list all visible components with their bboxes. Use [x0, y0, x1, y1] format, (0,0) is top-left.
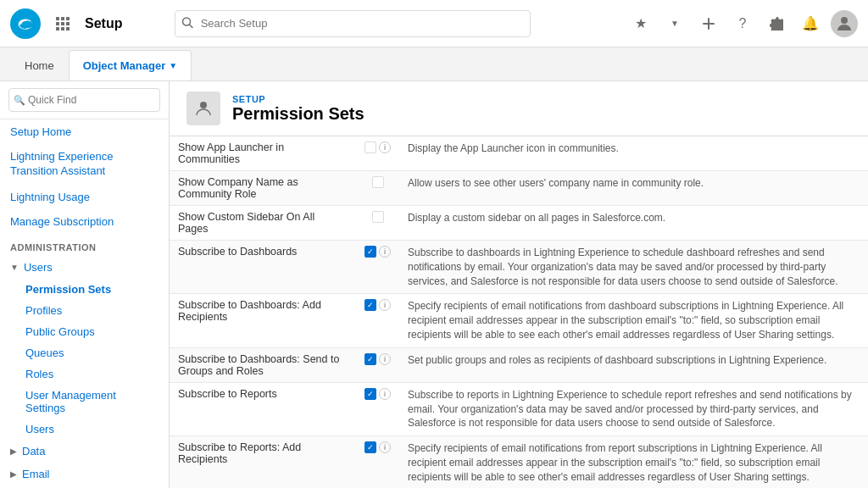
sidebar-search-icon: 🔍 — [14, 95, 25, 106]
permission-name: Subscribe to Dashboards: Send to Groups … — [170, 347, 356, 382]
permission-description: Display the App Launcher icon in communi… — [399, 136, 868, 171]
sidebar: 🔍 Setup Home Lightning Experience Transi… — [0, 81, 170, 488]
salesforce-logo[interactable] — [10, 8, 41, 39]
user-avatar[interactable] — [831, 10, 858, 37]
help-icon[interactable]: ? — [729, 10, 756, 37]
permissions-table-wrap: Show App Launcher in CommunitiesiDisplay… — [170, 136, 868, 488]
info-icon[interactable]: i — [379, 388, 391, 400]
permission-checkbox-cell — [356, 171, 399, 206]
favorites-icon[interactable]: ★ — [627, 10, 654, 37]
permission-checkbox[interactable] — [364, 141, 376, 153]
notifications-icon[interactable]: 🔔 — [797, 10, 824, 37]
sidebar-item-queues[interactable]: Queues — [0, 342, 169, 363]
permission-checkbox-cell: ✓i — [356, 241, 399, 294]
sidebar-group-users[interactable]: ▼ Users — [0, 256, 169, 279]
svg-rect-13 — [703, 23, 715, 25]
permission-name: Subscribe to Reports — [170, 382, 356, 435]
permission-checkbox-cell — [356, 206, 399, 241]
svg-rect-4 — [56, 22, 59, 25]
svg-rect-6 — [66, 22, 70, 25]
info-icon[interactable]: i — [379, 353, 391, 365]
permission-description: Allow users to see other users' company … — [399, 171, 868, 206]
permission-checkbox[interactable]: ✓ — [364, 388, 376, 400]
sidebar-group-email[interactable]: ▶ Email — [0, 463, 169, 485]
svg-point-14 — [841, 17, 848, 24]
top-right-icons: ★ ▼ ? 🔔 — [627, 10, 858, 37]
page-title: Permission Sets — [232, 104, 364, 124]
sidebar-item-public-groups[interactable]: Public Groups — [0, 321, 169, 342]
svg-point-15 — [200, 102, 207, 108]
table-row: Subscribe to Dashboards: Add Recipients✓… — [170, 294, 868, 347]
sidebar-quick-find[interactable] — [8, 88, 160, 112]
permission-checkbox[interactable]: ✓ — [364, 299, 376, 311]
permission-checkbox[interactable]: ✓ — [364, 246, 376, 258]
info-icon[interactable]: i — [379, 141, 391, 153]
table-row: Subscribe to Dashboards: Send to Groups … — [170, 347, 868, 382]
permission-name: Subscribe to Dashboards — [170, 241, 356, 294]
permission-description: Subscribe to reports in Lightning Experi… — [399, 382, 868, 435]
table-row: Subscribe to Reports: Add Recipients✓iSp… — [170, 436, 868, 488]
sidebar-item-lightning-transition[interactable]: Lightning Experience Transition Assistan… — [0, 144, 169, 185]
tab-object-manager[interactable]: Object Manager ▼ — [69, 50, 192, 80]
svg-rect-2 — [61, 17, 64, 20]
svg-rect-5 — [61, 22, 64, 25]
permission-checkbox-cell: i — [356, 136, 399, 171]
permission-checkbox[interactable]: ✓ — [364, 353, 376, 365]
permission-name: Show Company Name as Community Role — [170, 171, 356, 206]
top-nav: Setup ★ ▼ ? 🔔 — [0, 0, 868, 47]
permission-checkbox[interactable] — [372, 176, 384, 188]
sidebar-item-lightning-usage[interactable]: Lightning Usage — [0, 185, 169, 209]
page-header-text: SETUP Permission Sets — [232, 94, 364, 124]
sidebar-item-profiles[interactable]: Profiles — [0, 300, 169, 321]
permission-checkbox[interactable] — [372, 211, 384, 223]
sidebar-group-data[interactable]: ▶ Data — [0, 440, 169, 463]
sidebar-item-roles[interactable]: Roles — [0, 363, 169, 385]
permission-description: Subscribe to dashboards in Lightning Exp… — [399, 241, 868, 294]
permission-name: Show Custom Sidebar On All Pages — [170, 206, 356, 241]
permission-checkbox-cell: ✓i — [356, 436, 399, 488]
permission-checkbox-cell: ✓i — [356, 294, 399, 347]
app-switcher-icon[interactable] — [51, 12, 75, 36]
table-row: Subscribe to Reports✓iSubscribe to repor… — [170, 382, 868, 435]
tab-bar: Home Object Manager ▼ — [0, 47, 868, 81]
permission-description: Set public groups and roles as recipient… — [399, 347, 868, 382]
expand-arrow-data-icon: ▶ — [10, 446, 17, 456]
page-header: SETUP Permission Sets — [170, 81, 868, 136]
sidebar-item-manage-subscription[interactable]: Manage Subscription — [0, 209, 169, 234]
chevron-down-icon: ▼ — [169, 61, 177, 70]
permission-name: Subscribe to Reports: Add Recipients — [170, 436, 356, 488]
sidebar-item-setup-home[interactable]: Setup Home — [0, 119, 169, 144]
svg-rect-9 — [66, 27, 70, 30]
svg-rect-8 — [61, 27, 64, 30]
main-layout: 🔍 Setup Home Lightning Experience Transi… — [0, 81, 868, 488]
info-icon[interactable]: i — [379, 441, 391, 453]
svg-rect-1 — [56, 17, 59, 20]
permissions-table: Show App Launcher in CommunitiesiDisplay… — [170, 136, 868, 488]
permission-name: Show App Launcher in Communities — [170, 136, 356, 171]
permission-checkbox-cell: ✓i — [356, 347, 399, 382]
content-area: SETUP Permission Sets Show App Launcher … — [170, 81, 868, 488]
table-row: Show Company Name as Community RoleAllow… — [170, 171, 868, 206]
info-icon[interactable]: i — [379, 246, 391, 258]
info-icon[interactable]: i — [379, 299, 391, 311]
setup-label: SETUP — [232, 94, 364, 104]
favorites-dropdown-icon[interactable]: ▼ — [661, 10, 688, 37]
sidebar-item-permission-sets[interactable]: Permission Sets — [0, 279, 169, 300]
permission-checkbox-cell: ✓i — [356, 382, 399, 435]
sidebar-item-users[interactable]: Users — [0, 419, 169, 440]
permission-checkbox[interactable]: ✓ — [364, 441, 376, 453]
svg-line-11 — [189, 25, 192, 28]
permission-description: Specify recipients of email notification… — [399, 294, 868, 347]
table-row: Show App Launcher in CommunitiesiDisplay… — [170, 136, 868, 171]
expand-arrow-icon: ▼ — [10, 263, 19, 272]
tab-home[interactable]: Home — [10, 50, 69, 80]
search-bar — [175, 10, 531, 37]
expand-arrow-email-icon: ▶ — [10, 469, 17, 479]
add-icon[interactable] — [695, 10, 722, 37]
search-input[interactable] — [175, 10, 531, 37]
sidebar-item-user-management-settings[interactable]: User Management Settings — [0, 385, 169, 419]
admin-section-label: ADMINISTRATION — [0, 234, 169, 256]
permission-description: Specify recipients of email notification… — [399, 436, 868, 488]
settings-icon[interactable] — [763, 10, 790, 37]
search-icon — [181, 16, 193, 30]
